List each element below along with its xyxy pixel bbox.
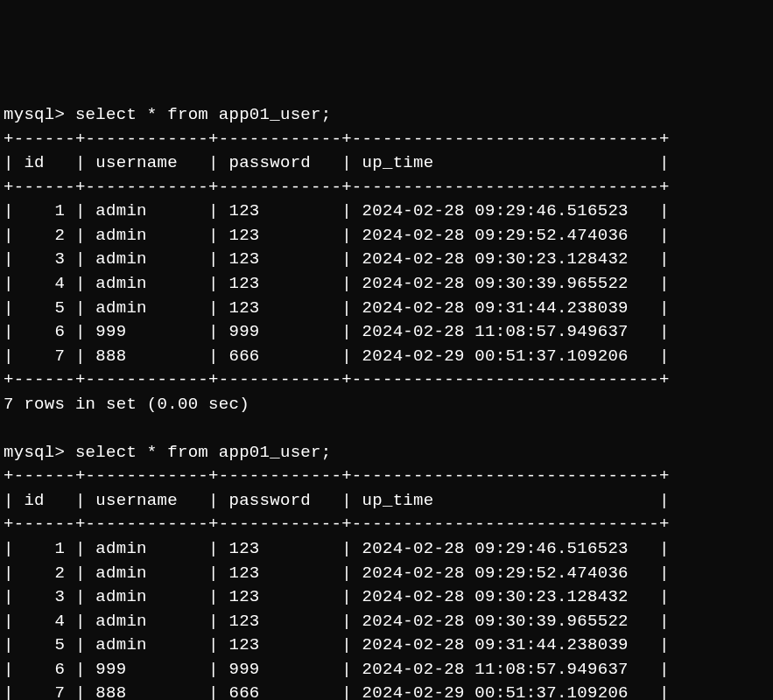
terminal-line: | 2 | admin | 123 | 2024-02-28 09:29:52.… — [4, 224, 769, 248]
terminal-line: | 3 | admin | 123 | 2024-02-28 09:30:23.… — [4, 248, 769, 272]
terminal-line: | 7 | 888 | 666 | 2024-02-29 00:51:37.10… — [4, 345, 769, 369]
terminal-line: +------+------------+------------+------… — [4, 465, 769, 489]
terminal-line: | 1 | admin | 123 | 2024-02-28 09:29:46.… — [4, 200, 769, 224]
terminal-line: | id | username | password | up_time | — [4, 151, 769, 176]
terminal-line — [4, 416, 769, 441]
terminal-line: +------+------------+------------+------… — [4, 176, 769, 200]
terminal-line: | id | username | password | up_time | — [4, 489, 769, 514]
terminal-line: | 5 | admin | 123 | 2024-02-28 09:31:44.… — [4, 297, 769, 321]
terminal-line: | 7 | 888 | 666 | 2024-02-29 00:51:37.10… — [4, 682, 769, 700]
terminal-output: mysql> select * from app01_user;+------+… — [4, 103, 769, 700]
terminal-line: | 2 | admin | 123 | 2024-02-28 09:29:52.… — [4, 562, 769, 586]
terminal-line: | 1 | admin | 123 | 2024-02-28 09:29:46.… — [4, 537, 769, 562]
terminal-line: | 4 | admin | 123 | 2024-02-28 09:30:39.… — [4, 272, 769, 297]
terminal-line: +------+------------+------------+------… — [4, 513, 769, 537]
terminal-line: mysql> select * from app01_user; — [4, 103, 769, 128]
terminal-line: | 4 | admin | 123 | 2024-02-28 09:30:39.… — [4, 610, 769, 634]
terminal-line: 7 rows in set (0.00 sec) — [4, 393, 769, 417]
terminal-line: | 6 | 999 | 999 | 2024-02-28 11:08:57.94… — [4, 320, 769, 345]
terminal-line: | 5 | admin | 123 | 2024-02-28 09:31:44.… — [4, 634, 769, 658]
terminal-line: mysql> select * from app01_user; — [4, 441, 769, 466]
terminal-line: | 6 | 999 | 999 | 2024-02-28 11:08:57.94… — [4, 658, 769, 682]
terminal-line: +------+------------+------------+------… — [4, 368, 769, 393]
terminal-line: | 3 | admin | 123 | 2024-02-28 09:30:23.… — [4, 585, 769, 610]
terminal-line: +------+------------+------------+------… — [4, 128, 769, 152]
